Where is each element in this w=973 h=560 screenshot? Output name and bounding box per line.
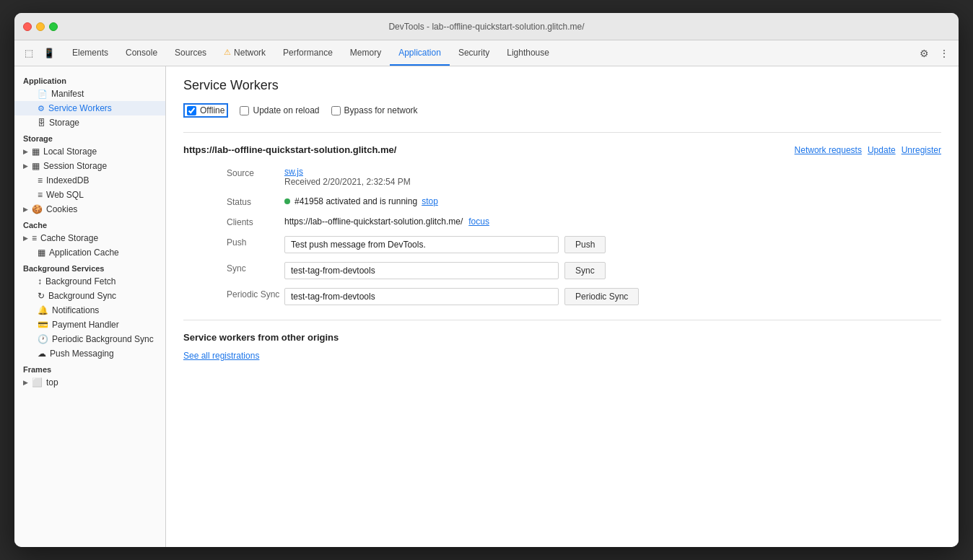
sidebar-item-application-cache[interactable]: ▦ Application Cache [14,245,165,260]
sidebar-item-payment-handler[interactable]: 💳 Payment Handler [14,318,165,332]
tab-lighthouse-label: Lighthouse [507,48,549,58]
sidebar-item-local-storage[interactable]: ▶ ▦ Local Storage [14,144,165,159]
status-dot [284,198,290,204]
tab-memory[interactable]: Memory [341,40,390,66]
sidebar: Application 📄 Manifest ⚙ Service Workers… [14,66,166,547]
status-value: #41958 activated and is running stop [284,196,941,207]
sidebar-cookies-label: Cookies [46,204,77,214]
focus-link[interactable]: focus [468,216,489,227]
checkbox-row: Offline Update on reload Bypass for netw… [183,103,941,118]
bypass-for-network-checkbox[interactable] [331,106,341,115]
sidebar-item-cache-storage[interactable]: ▶ ≡ Cache Storage [14,231,165,245]
titlebar: DevTools - lab--offline-quickstart-solut… [14,13,959,40]
sidebar-item-push-messaging[interactable]: ☁ Push Messaging [14,346,165,361]
sidebar-item-background-fetch[interactable]: ↕ Background Fetch [14,274,165,289]
update-link[interactable]: Update [868,145,896,155]
content-area: Application 📄 Manifest ⚙ Service Workers… [14,66,959,547]
tab-elements[interactable]: Elements [64,40,117,66]
tab-security-label: Security [458,48,489,58]
maximize-button[interactable] [49,22,58,31]
push-row: Push [284,236,941,253]
sidebar-item-top[interactable]: ▶ ⬜ top [14,375,165,390]
push-button[interactable]: Push [564,236,606,253]
stop-link[interactable]: stop [422,196,438,206]
unregister-link[interactable]: Unregister [902,145,941,155]
tab-application[interactable]: Application [390,40,450,66]
sidebar-item-manifest[interactable]: 📄 Manifest [14,87,165,101]
device-icon: 📱 [43,48,55,58]
sidebar-item-service-workers[interactable]: ⚙ Service Workers [14,101,165,115]
push-input[interactable] [284,236,559,253]
toolbar-right: ⚙ ⋮ [915,45,953,62]
sync-button[interactable]: Sync [564,262,606,279]
offline-label: Offline [200,105,224,115]
sidebar-payment-handler-label: Payment Handler [52,320,119,330]
toolbar: ⬚ 📱 Elements Console Sources ⚠ Network P… [14,40,959,66]
status-text: #41958 activated and is running [294,196,417,206]
sidebar-item-session-storage[interactable]: ▶ ▦ Session Storage [14,159,165,173]
sidebar-section-frames: Frames [14,361,165,375]
chevron-icon: ▶ [23,379,28,386]
notifications-icon: 🔔 [38,305,48,315]
update-on-reload-text: Update on reload [253,105,319,115]
sidebar-section-background-services: Background Services [14,260,165,274]
tab-security[interactable]: Security [450,40,498,66]
periodic-background-sync-icon: 🕐 [38,334,48,344]
tab-sources[interactable]: Sources [166,40,215,66]
see-all-registrations-link[interactable]: See all registrations [183,351,259,361]
tab-network-label: Network [234,48,266,58]
offline-checkbox-wrapper: Offline [183,103,228,118]
tab-list: Elements Console Sources ⚠ Network Perfo… [64,40,915,66]
cache-storage-icon: ≡ [32,233,37,243]
sidebar-item-cookies[interactable]: ▶ 🍪 Cookies [14,202,165,216]
session-storage-icon: ▦ [32,161,40,171]
sw-url-row: https://lab--offline-quickstart-solution… [183,144,941,155]
cursor-tool-button[interactable]: ⬚ [20,45,38,62]
bypass-for-network-text: Bypass for network [344,105,418,115]
manifest-icon: 📄 [38,89,48,99]
sidebar-background-sync-label: Background Sync [48,291,116,301]
sidebar-item-storage[interactable]: 🗄 Storage [14,115,165,130]
minimize-button[interactable] [36,22,45,31]
sync-row: Sync [284,262,941,279]
network-requests-link[interactable]: Network requests [795,145,862,155]
periodic-sync-label: Periodic Sync [227,288,284,305]
sidebar-item-periodic-background-sync[interactable]: 🕐 Periodic Background Sync [14,332,165,346]
more-dots-icon: ⋮ [939,48,949,59]
tab-console-label: Console [126,48,157,58]
background-sync-icon: ↻ [38,291,45,301]
sidebar-indexeddb-label: IndexedDB [46,175,89,185]
source-file-link[interactable]: sw.js [284,167,303,177]
tab-console[interactable]: Console [117,40,166,66]
update-on-reload-label[interactable]: Update on reload [240,105,319,115]
top-frame-icon: ⬜ [32,377,43,388]
clients-value: https://lab--offline-quickstart-solution… [284,216,941,227]
page-title: Service Workers [183,78,941,93]
sidebar-session-storage-label: Session Storage [43,161,107,171]
device-tool-button[interactable]: 📱 [40,45,58,62]
devtools-window: DevTools - lab--offline-quickstart-solut… [14,13,959,547]
sidebar-item-indexeddb[interactable]: ≡ IndexedDB [14,173,165,188]
offline-checkbox-label[interactable]: Offline [187,105,224,115]
more-options-button[interactable]: ⋮ [935,45,953,62]
tab-network[interactable]: ⚠ Network [215,40,274,66]
tab-performance[interactable]: Performance [274,40,341,66]
settings-button[interactable]: ⚙ [915,45,933,62]
sidebar-item-notifications[interactable]: 🔔 Notifications [14,303,165,318]
periodic-sync-button[interactable]: Periodic Sync [564,288,639,305]
tab-performance-label: Performance [283,48,333,58]
sidebar-item-background-sync[interactable]: ↻ Background Sync [14,289,165,303]
background-fetch-icon: ↕ [38,276,42,286]
offline-checkbox[interactable] [187,106,196,115]
gear-icon: ⚙ [920,48,929,59]
bypass-for-network-label[interactable]: Bypass for network [331,105,418,115]
other-origins-title: Service workers from other origins [183,332,941,343]
close-button[interactable] [23,22,32,31]
periodic-sync-input[interactable] [284,288,559,305]
sidebar-item-web-sql[interactable]: ≡ Web SQL [14,188,165,202]
tab-lighthouse[interactable]: Lighthouse [498,40,558,66]
sync-input[interactable] [284,262,559,279]
received-text: Received 2/20/2021, 2:32:54 PM [284,177,411,187]
update-on-reload-checkbox[interactable] [240,106,249,115]
tab-memory-label: Memory [350,48,381,58]
